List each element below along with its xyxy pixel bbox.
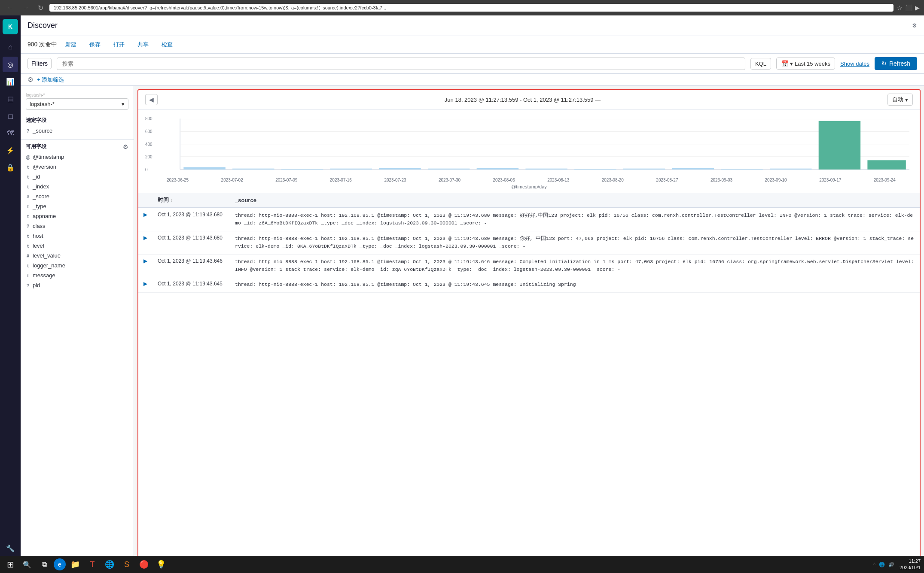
taskbar-app1-icon[interactable]: T: [85, 557, 100, 572]
date-picker[interactable]: 📅 ▾ Last 15 weeks: [776, 58, 835, 70]
svg-rect-20: [867, 160, 906, 170]
refresh-button[interactable]: ↻ Refresh: [875, 57, 917, 70]
sidebar-item-devtools[interactable]: 🔧: [3, 540, 18, 556]
field-type-id: t: [26, 174, 30, 179]
index-dropdown[interactable]: logstash-* ▾: [26, 98, 128, 110]
field-name-appname: appname: [33, 213, 56, 219]
taskbar-sys-icons: ^ 🌐 🔊: [873, 562, 894, 567]
taskbar-chrome-icon[interactable]: 🌐: [102, 557, 117, 572]
row-expand-icon-0[interactable]: ▶: [143, 212, 147, 218]
url-bar[interactable]: 192.168.85.200:5601/app/kibana#/discover…: [49, 4, 894, 12]
taskbar-chevron-icon[interactable]: ^: [873, 562, 875, 567]
field-item-timestamp[interactable]: @ @timestamp: [21, 152, 134, 162]
new-button[interactable]: 新建: [61, 39, 81, 51]
field-item-version[interactable]: t @version: [21, 162, 134, 172]
auto-interval-dropdown[interactable]: 自动 ▾: [887, 94, 913, 106]
x-label-7: 2023-08-13: [547, 178, 569, 182]
svg-rect-19: [819, 121, 860, 170]
source-col-header[interactable]: _source: [230, 193, 920, 208]
chart-y-axis: 800 600 400 200 0: [145, 116, 152, 172]
y-label-0: 0: [145, 167, 152, 172]
save-button[interactable]: 保存: [85, 39, 105, 51]
field-item-score[interactable]: # _score: [21, 191, 134, 201]
nav-back-btn[interactable]: ←: [4, 3, 16, 12]
source-cell-3: thread: http-nio-8888-exec-1 host: 192.1…: [230, 277, 920, 292]
auto-label: 自动: [892, 96, 903, 103]
filters-label[interactable]: Filters: [27, 58, 52, 69]
row-expand-icon-2[interactable]: ▶: [143, 258, 147, 264]
field-item-source[interactable]: ? _source: [21, 126, 134, 136]
taskbar-date-display: 2023/10/1: [900, 564, 921, 571]
taskbar-app2-icon[interactable]: S: [119, 557, 134, 572]
row-expand-icon-3[interactable]: ▶: [143, 281, 147, 287]
result-count: 900 次命中: [27, 41, 57, 49]
filter-settings-icon[interactable]: ⚙: [27, 76, 34, 84]
sidebar-item-canvas[interactable]: ◻: [3, 108, 18, 124]
index-tag: logstash-*: [26, 93, 128, 97]
add-filter-link[interactable]: + 添加筛选: [37, 76, 64, 84]
taskbar-volume-icon[interactable]: 🔊: [888, 562, 894, 567]
svg-rect-12: [477, 168, 518, 170]
source-cell-2: thread: http-nio-8888-exec-1 host: 192.1…: [230, 254, 920, 277]
sidebar-item-dashboard[interactable]: ▤: [3, 91, 18, 106]
index-name: logstash-*: [30, 101, 55, 107]
x-label-9: 2023-08-27: [656, 178, 678, 182]
sidebar-item-discover[interactable]: ◎: [3, 57, 18, 72]
expand-col-header: [138, 193, 152, 208]
search-input[interactable]: [57, 58, 745, 70]
header-settings-icon[interactable]: ⚙: [912, 22, 917, 29]
time-nav-prev-button[interactable]: ◀: [145, 94, 158, 105]
field-name-level: level: [33, 243, 44, 249]
sidebar-item-ml[interactable]: ⚡: [3, 142, 18, 158]
field-item-id[interactable]: t _id: [21, 172, 134, 182]
row-expand-icon-1[interactable]: ▶: [143, 235, 147, 241]
field-item-appname[interactable]: t appname: [21, 211, 134, 221]
taskbar-idea-icon[interactable]: 💡: [153, 557, 169, 572]
field-item-logger-name[interactable]: t logger_name: [21, 261, 134, 270]
sidebar-item-maps[interactable]: 🗺: [3, 125, 18, 141]
field-type-source: ?: [26, 128, 30, 133]
top-header: Discover ⚙: [21, 15, 924, 36]
x-label-2: 2023-07-09: [275, 178, 297, 182]
start-button[interactable]: ⊞: [3, 558, 18, 571]
field-item-host[interactable]: t host: [21, 231, 134, 241]
taskbar-explorer-icon[interactable]: 📁: [67, 557, 83, 572]
svg-rect-11: [428, 169, 470, 170]
refresh-icon: ↻: [881, 60, 887, 67]
field-type-host: t: [26, 233, 30, 239]
sidebar-item-home[interactable]: ⌂: [3, 39, 18, 55]
taskbar-edge-icon[interactable]: e: [54, 558, 66, 570]
nav-refresh-btn[interactable]: ↻: [35, 3, 46, 13]
field-item-pid[interactable]: ? pid: [21, 280, 134, 290]
open-button[interactable]: 打开: [109, 39, 129, 51]
x-label-12: 2023-09-17: [819, 178, 841, 182]
sidebar-item-visualize[interactable]: 📊: [3, 74, 18, 89]
field-type-message: t: [26, 273, 30, 278]
kql-button[interactable]: KQL: [750, 58, 771, 70]
available-fields-title: 可用字段: [26, 143, 123, 150]
action-bar: 900 次命中 新建 保存 打开 共享 检查: [21, 36, 924, 54]
field-item-class[interactable]: ? class: [21, 221, 134, 231]
field-item-level-value[interactable]: # level_value: [21, 251, 134, 261]
inspect-button[interactable]: 检查: [157, 39, 177, 51]
field-item-level[interactable]: t level: [21, 241, 134, 251]
taskbar-app3-icon[interactable]: 🔴: [136, 557, 152, 572]
taskbar-left: ⊞ 🔍 ⧉ e 📁 T 🌐 S 🔴 💡: [3, 557, 169, 572]
taskbar-network-icon[interactable]: 🌐: [879, 562, 885, 567]
field-item-message[interactable]: t message: [21, 270, 134, 280]
x-label-4: 2023-07-23: [384, 178, 406, 182]
field-item-type[interactable]: t _type: [21, 201, 134, 211]
share-button[interactable]: 共享: [133, 39, 153, 51]
nav-forward-btn[interactable]: →: [20, 3, 32, 12]
taskbar-search-icon[interactable]: 🔍: [19, 557, 35, 572]
field-name-version: @version: [33, 164, 56, 170]
taskbar-taskview-icon[interactable]: ⧉: [37, 557, 52, 572]
time-col-header[interactable]: 时间 ↕: [152, 193, 230, 208]
field-name-score: _score: [33, 193, 49, 200]
field-settings-gear-icon[interactable]: ⚙: [123, 143, 128, 150]
field-item-index[interactable]: t _index: [21, 182, 134, 191]
show-dates-button[interactable]: Show dates: [840, 61, 869, 67]
x-label-3: 2023-07-16: [330, 178, 352, 182]
kibana-logo[interactable]: K: [3, 19, 18, 34]
sidebar-item-security[interactable]: 🔒: [3, 160, 18, 175]
